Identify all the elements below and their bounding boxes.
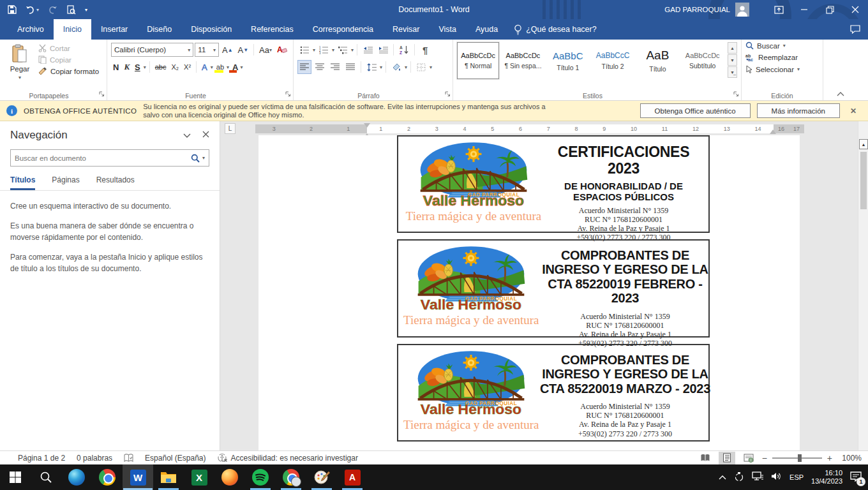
style-titulo-1[interactable]: AaBbCTítulo 1	[547, 42, 589, 79]
nav-tab-paginas[interactable]: Páginas	[52, 175, 79, 190]
restore-button[interactable]	[817, 0, 842, 19]
borders-button[interactable]	[414, 60, 428, 74]
customize-qat-icon[interactable]: ▾	[85, 7, 87, 13]
tab-ayuda[interactable]: Ayuda	[466, 19, 507, 40]
network-icon[interactable]	[752, 471, 763, 483]
search-icon[interactable]	[191, 154, 200, 163]
zoom-track[interactable]	[772, 457, 822, 459]
tab-referencias[interactable]: Referencias	[241, 19, 303, 40]
multilevel-list-button[interactable]	[336, 43, 350, 57]
accessibility-status[interactable]: Accesibilidad: es necesario investigar	[218, 453, 358, 463]
tab-correspondencia[interactable]: Correspondencia	[303, 19, 383, 40]
taskbar-paint-icon[interactable]	[306, 464, 337, 490]
font-family-combo[interactable]: Calibri (Cuerpo)▾	[111, 43, 193, 57]
styles-scroll-up-icon[interactable]: ▲	[728, 42, 737, 54]
shrink-font-button[interactable]: A▼	[236, 43, 251, 57]
strikethrough-button[interactable]: abc	[153, 60, 168, 74]
avatar[interactable]	[735, 3, 749, 17]
close-button[interactable]	[842, 0, 868, 19]
zoom-in-icon[interactable]: +	[827, 453, 832, 463]
increase-indent-button[interactable]	[376, 43, 390, 57]
scrollbar-thumb[interactable]	[860, 152, 867, 209]
shading-button[interactable]	[389, 60, 403, 74]
align-right-button[interactable]	[328, 60, 342, 74]
read-mode-view-icon[interactable]	[697, 452, 714, 464]
highlight-button[interactable]: ab	[214, 60, 225, 74]
taskbar-acrobat-icon[interactable]: A	[337, 464, 368, 490]
label-box-certificaciones[interactable]: GAD PARROQUIAL Valle Hermoso Tierra mági…	[397, 135, 710, 233]
get-genuine-office-button[interactable]: Obtenga Office auténtico	[640, 103, 751, 118]
style-normal[interactable]: AaBbCcDc¶ Normal	[457, 42, 499, 79]
highlight-caret-icon[interactable]: ▾	[227, 64, 229, 70]
zoom-slider[interactable]: − +	[762, 453, 832, 463]
proofing-icon[interactable]	[124, 454, 133, 463]
volume-icon[interactable]	[771, 471, 782, 483]
tab-archivo[interactable]: Archivo	[8, 19, 54, 40]
taskbar-chrome-profile-icon[interactable]	[276, 464, 306, 490]
sort-button[interactable]: AZ	[397, 43, 411, 57]
parrafo-dialog-launcher[interactable]	[445, 90, 451, 99]
justify-button[interactable]	[343, 60, 357, 74]
text-effects-button[interactable]: A	[200, 60, 209, 74]
change-case-button[interactable]: Aa▾	[257, 43, 274, 57]
navigation-close-icon[interactable]	[202, 131, 209, 140]
taskbar-spotify-icon[interactable]	[245, 464, 276, 490]
show-marks-button[interactable]: ¶	[418, 43, 432, 57]
find-button[interactable]: Buscar▾	[745, 41, 819, 50]
superscript-button[interactable]: X²	[182, 60, 193, 74]
replace-button[interactable]: abac Reemplazar	[745, 54, 819, 61]
action-center-button[interactable]: 1	[850, 471, 862, 484]
taskbar-firefox-icon[interactable]	[214, 464, 245, 490]
first-line-indent-marker[interactable]	[364, 123, 370, 128]
document-search-box[interactable]: ▾	[10, 149, 209, 167]
estilos-dialog-launcher[interactable]	[733, 90, 739, 99]
show-hidden-icons-chevron[interactable]	[719, 473, 726, 482]
bold-button[interactable]: N	[111, 60, 121, 74]
portapapeles-dialog-launcher[interactable]	[99, 90, 105, 99]
taskbar-edge-icon[interactable]	[61, 464, 92, 490]
tray-sync-icon[interactable]	[734, 471, 744, 484]
clock[interactable]: 16:10 13/4/2023	[811, 469, 842, 486]
web-layout-view-icon[interactable]	[740, 452, 757, 464]
styles-gallery-more-icon[interactable]: ▼̲	[728, 66, 737, 78]
underline-caret-icon[interactable]: ▾	[144, 64, 146, 70]
tab-insertar[interactable]: Insertar	[91, 19, 137, 40]
close-warning-icon[interactable]: ✕	[850, 107, 857, 115]
fuente-dialog-launcher[interactable]	[285, 90, 291, 99]
print-layout-view-icon[interactable]	[719, 452, 735, 464]
collapse-ribbon-icon[interactable]	[823, 40, 858, 100]
tab-disposicion[interactable]: Disposición	[181, 19, 241, 40]
underline-button[interactable]: S	[133, 60, 142, 74]
select-button[interactable]: Seleccionar▾	[745, 65, 819, 73]
undo-button[interactable]: ▾	[26, 6, 39, 14]
tell-me-box[interactable]: ¿Qué desea hacer?	[507, 19, 603, 40]
nav-tab-titulos[interactable]: Títulos	[10, 175, 35, 190]
vertical-scrollbar[interactable]: ▲	[858, 121, 868, 450]
undo-caret-icon[interactable]: ▾	[36, 7, 39, 13]
horizontal-ruler[interactable]: 321 1234567891011121314 1617	[255, 124, 804, 133]
tab-revisar[interactable]: Revisar	[383, 19, 429, 40]
font-size-combo[interactable]: 11▾	[195, 43, 219, 57]
print-preview-icon[interactable]	[66, 5, 76, 15]
tab-selector[interactable]: L	[225, 123, 236, 134]
paste-button[interactable]: Pegar ▾	[4, 43, 36, 89]
search-options-caret-icon[interactable]: ▾	[202, 155, 205, 161]
tab-vista[interactable]: Vista	[429, 19, 466, 40]
taskbar-word-icon[interactable]: W	[123, 464, 153, 490]
clear-formatting-button[interactable]: A	[275, 43, 289, 57]
label-box-marzo[interactable]: GAD PARROQUIAL Valle Hermoso Tierra mági…	[397, 344, 710, 442]
text-effects-caret-icon[interactable]: ▾	[211, 64, 213, 70]
minimize-button[interactable]	[791, 0, 817, 19]
zoom-percentage[interactable]: 100%	[837, 454, 862, 463]
align-center-button[interactable]	[313, 60, 327, 74]
numbered-list-button[interactable]: 123	[317, 43, 331, 57]
align-left-button[interactable]	[297, 60, 311, 74]
ribbon-display-options-button[interactable]	[766, 0, 791, 19]
font-color-button[interactable]: A	[230, 60, 239, 74]
styles-scroll-down-icon[interactable]: ▼	[728, 54, 737, 66]
decrease-indent-button[interactable]	[361, 43, 375, 57]
style-titulo-2[interactable]: AaBbCcCTítulo 2	[592, 42, 634, 79]
language-switcher[interactable]: ESP	[789, 473, 804, 481]
right-indent-marker[interactable]	[770, 130, 776, 134]
grow-font-button[interactable]: A▲	[220, 43, 235, 57]
